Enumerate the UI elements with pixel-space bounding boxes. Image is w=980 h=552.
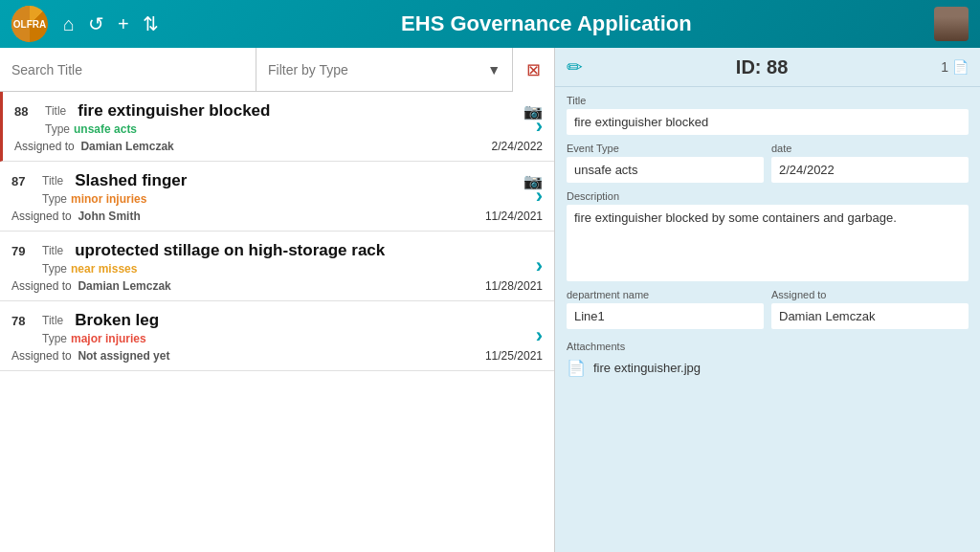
record-type: minor injuries (71, 192, 146, 206)
type-label: Type (42, 332, 67, 345)
avatar-image (934, 7, 969, 41)
department-field-section: department name Line1 (567, 289, 764, 329)
record-type-row: Type unsafe acts (45, 122, 543, 136)
record-title: Slashed finger (75, 171, 187, 190)
filter-wrap: ▼ (256, 48, 512, 91)
search-input[interactable] (0, 48, 256, 91)
department-label: department name (567, 289, 764, 300)
attachments-label: Attachments (567, 341, 969, 352)
record-header: 78 Title Broken leg (11, 311, 543, 330)
chevron-right-icon: › (536, 114, 543, 139)
clear-filter-button[interactable]: ⊠ (512, 48, 554, 92)
assigned-text: Assigned to John Smith (11, 210, 141, 223)
type-label: Type (45, 122, 70, 136)
assigned-text: Assigned to Damian Lemczak (14, 140, 174, 153)
assigned-text: Assigned to Not assigned yet (11, 349, 169, 363)
left-panel: ▼ ⊠ 88 Title fire extinguisher blocked 📷… (0, 48, 555, 552)
avatar (934, 7, 969, 41)
record-footer: Assigned to John Smith 11/24/2021 (11, 210, 543, 223)
home-icon[interactable]: ⌂ (63, 13, 75, 35)
attachment-filename: fire extinguisher.jpg (593, 361, 701, 375)
filter-clear-icon: ⊠ (526, 59, 541, 80)
attachments-section: Attachments 📄 fire extinguisher.jpg (567, 341, 969, 381)
main-layout: ▼ ⊠ 88 Title fire extinguisher blocked 📷… (0, 48, 980, 552)
title-label: Title (42, 174, 63, 188)
record-id: 78 (11, 314, 34, 328)
record-date: 11/24/2021 (485, 210, 543, 223)
record-item[interactable]: 78 Title Broken leg Type major injuries … (0, 301, 554, 371)
title-field-section: Title fire extinguisher blocked (567, 95, 969, 135)
record-footer: Assigned to Damian Lemczak 11/28/2021 (11, 279, 543, 293)
type-label: Type (42, 262, 67, 276)
record-date: 11/28/2021 (485, 279, 543, 293)
nav-icons: ⌂ ↺ + ⇅ (63, 12, 159, 35)
event-type-field-section: Event Type unsafe acts (567, 143, 764, 183)
title-field-value[interactable]: fire extinguisher blocked (567, 109, 969, 135)
detail-panel: ✏ ID: 88 1 📄 Title fire extinguisher blo… (555, 48, 980, 552)
department-value[interactable]: Line1 (567, 303, 764, 329)
title-label: Title (42, 244, 63, 257)
type-label: Type (42, 192, 67, 206)
sort-icon[interactable]: ⇅ (143, 12, 159, 35)
record-header: 87 Title Slashed finger 📷 (11, 171, 543, 190)
description-label: Description (567, 190, 969, 202)
record-id: 87 (11, 174, 34, 188)
record-type: unsafe acts (74, 122, 137, 136)
description-value[interactable]: fire extinguisher blocked by some contai… (567, 205, 969, 281)
app-title: EHS Governance Application (174, 11, 919, 36)
logo: OLFRA (11, 6, 48, 42)
record-item[interactable]: 87 Title Slashed finger 📷 Type minor inj… (0, 162, 554, 232)
chevron-right-icon: › (536, 184, 543, 209)
assigned-to-label: Assigned to (771, 289, 969, 300)
filter-input[interactable] (268, 62, 487, 77)
assigned-to-value[interactable]: Damian Lemczak (771, 303, 969, 329)
title-label: Title (45, 104, 66, 118)
date-field-section: date 2/24/2022 (771, 143, 969, 183)
attachment-item[interactable]: 📄 fire extinguisher.jpg (567, 355, 969, 381)
detail-body: Title fire extinguisher blocked Event Ty… (555, 87, 980, 388)
record-date: 11/25/2021 (485, 349, 543, 363)
add-icon[interactable]: + (118, 13, 129, 35)
logo-text: OLFRA (13, 19, 46, 30)
record-item[interactable]: 79 Title uprotected stillage on high-sto… (0, 232, 554, 301)
record-id: 88 (14, 104, 37, 119)
record-title: Broken leg (75, 311, 159, 330)
event-type-value[interactable]: unsafe acts (567, 157, 764, 183)
chevron-right-icon: › (536, 254, 543, 278)
edit-icon[interactable]: ✏ (567, 55, 583, 78)
title-field-label: Title (567, 95, 969, 106)
record-list: 88 Title fire extinguisher blocked 📷 Typ… (0, 92, 554, 552)
record-footer: Assigned to Not assigned yet 11/25/2021 (11, 349, 543, 363)
assigned-field-section: Assigned to Damian Lemczak (771, 289, 969, 329)
record-item[interactable]: 88 Title fire extinguisher blocked 📷 Typ… (0, 92, 554, 162)
record-title: uprotected stillage on high-storage rack (75, 241, 385, 260)
detail-count: 1 📄 (941, 59, 969, 75)
count-value: 1 (941, 59, 948, 75)
record-header: 79 Title uprotected stillage on high-sto… (11, 241, 543, 260)
attachment-file-icon: 📄 (567, 359, 586, 377)
dept-assigned-row: department name Line1 Assigned to Damian… (567, 289, 969, 329)
date-field-label: date (771, 143, 969, 154)
title-label: Title (42, 314, 63, 327)
event-date-row: Event Type unsafe acts date 2/24/2022 (567, 143, 969, 183)
record-footer: Assigned to Damian Lemczak 2/24/2022 (14, 140, 543, 153)
document-icon: 📄 (952, 59, 969, 75)
record-header: 88 Title fire extinguisher blocked 📷 (14, 101, 543, 121)
app-header: OLFRA ⌂ ↺ + ⇅ EHS Governance Application (0, 0, 980, 48)
record-title: fire extinguisher blocked (78, 101, 270, 121)
detail-header: ✏ ID: 88 1 📄 (555, 48, 980, 87)
description-field-section: Description fire extinguisher blocked by… (567, 190, 969, 281)
event-type-label: Event Type (567, 143, 764, 154)
detail-id: ID: 88 (590, 56, 933, 78)
date-field-value[interactable]: 2/24/2022 (771, 157, 969, 183)
search-bar: ▼ ⊠ (0, 48, 554, 92)
refresh-icon[interactable]: ↺ (88, 12, 104, 35)
record-type-row: Type major injuries (42, 332, 543, 345)
record-date: 2/24/2022 (492, 140, 543, 153)
record-type: major injuries (71, 332, 146, 345)
assigned-text: Assigned to Damian Lemczak (11, 279, 171, 293)
record-type-row: Type near misses (42, 262, 543, 276)
record-type-row: Type minor injuries (42, 192, 543, 206)
record-id: 79 (11, 244, 34, 258)
record-type: near misses (71, 262, 137, 276)
